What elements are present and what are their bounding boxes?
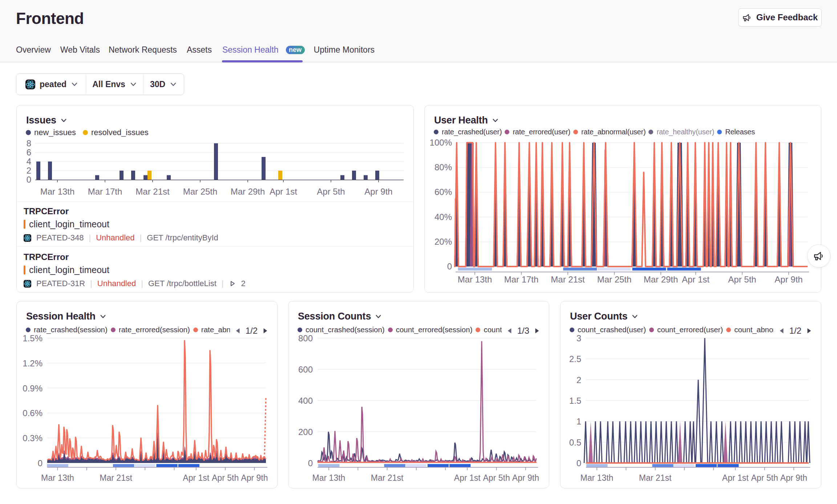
- svg-text:Mar 13th: Mar 13th: [312, 473, 345, 483]
- svg-text:Mar 17th: Mar 17th: [504, 275, 539, 284]
- svg-text:Apr 1st: Apr 1st: [270, 187, 297, 196]
- svg-text:Apr 5th: Apr 5th: [728, 275, 756, 284]
- svg-text:0.3%: 0.3%: [23, 433, 43, 443]
- svg-text:0.5: 0.5: [569, 438, 581, 447]
- svg-text:Mar 13th: Mar 13th: [40, 187, 75, 196]
- svg-text:Mar 29th: Mar 29th: [231, 187, 265, 196]
- svg-text:1.5%: 1.5%: [23, 333, 43, 343]
- svg-text:4: 4: [27, 157, 31, 166]
- svg-text:8: 8: [27, 138, 31, 148]
- svg-text:Mar 13th: Mar 13th: [581, 473, 614, 483]
- svg-text:Apr 1st: Apr 1st: [454, 473, 481, 483]
- svg-text:Apr 5th: Apr 5th: [317, 187, 345, 196]
- svg-text:20%: 20%: [434, 237, 452, 247]
- svg-text:100%: 100%: [430, 138, 452, 147]
- svg-text:1.5: 1.5: [569, 396, 581, 406]
- svg-text:Mar 21st: Mar 21st: [100, 473, 132, 483]
- svg-text:Mar 25th: Mar 25th: [183, 187, 218, 196]
- svg-text:2.5: 2.5: [569, 354, 581, 364]
- svg-text:Apr 9th: Apr 9th: [512, 473, 539, 483]
- svg-text:Apr 9th: Apr 9th: [241, 473, 268, 483]
- svg-text:Mar 21st: Mar 21st: [639, 473, 672, 483]
- svg-text:2: 2: [27, 166, 31, 175]
- svg-text:Apr 9th: Apr 9th: [780, 473, 807, 483]
- svg-text:Apr 1st: Apr 1st: [183, 473, 209, 483]
- svg-text:Mar 13th: Mar 13th: [41, 473, 74, 483]
- svg-text:Mar 21st: Mar 21st: [551, 275, 585, 284]
- svg-text:2: 2: [577, 375, 581, 385]
- svg-text:200: 200: [298, 427, 313, 437]
- svg-text:Mar 13th: Mar 13th: [458, 275, 492, 284]
- svg-text:600: 600: [298, 365, 313, 374]
- svg-text:Mar 25th: Mar 25th: [597, 275, 632, 284]
- svg-text:3: 3: [577, 333, 581, 343]
- svg-text:Apr 1st: Apr 1st: [722, 473, 749, 483]
- svg-text:80%: 80%: [434, 162, 452, 172]
- svg-text:Apr 5th: Apr 5th: [212, 473, 239, 483]
- svg-text:6: 6: [27, 147, 31, 157]
- svg-text:400: 400: [298, 396, 313, 406]
- svg-text:Mar 17th: Mar 17th: [88, 187, 122, 196]
- svg-text:0: 0: [308, 458, 313, 468]
- svg-text:0.6%: 0.6%: [23, 408, 43, 418]
- svg-text:0: 0: [577, 458, 581, 468]
- svg-text:40%: 40%: [434, 212, 452, 222]
- svg-text:Apr 5th: Apr 5th: [751, 473, 778, 483]
- svg-text:0.9%: 0.9%: [23, 383, 43, 393]
- svg-text:60%: 60%: [434, 187, 452, 197]
- svg-text:Mar 29th: Mar 29th: [644, 275, 678, 284]
- svg-text:1.2%: 1.2%: [23, 358, 43, 368]
- svg-text:Apr 9th: Apr 9th: [775, 275, 802, 284]
- svg-text:0: 0: [447, 261, 452, 271]
- svg-text:Mar 21st: Mar 21st: [136, 187, 170, 196]
- svg-text:Apr 1st: Apr 1st: [682, 275, 709, 284]
- svg-text:Mar 21st: Mar 21st: [371, 473, 404, 483]
- svg-text:800: 800: [298, 333, 313, 343]
- svg-text:Apr 9th: Apr 9th: [364, 187, 392, 196]
- svg-text:1: 1: [577, 416, 581, 426]
- svg-text:Apr 5th: Apr 5th: [483, 473, 510, 483]
- svg-text:0: 0: [38, 458, 43, 468]
- svg-text:0: 0: [27, 175, 31, 184]
